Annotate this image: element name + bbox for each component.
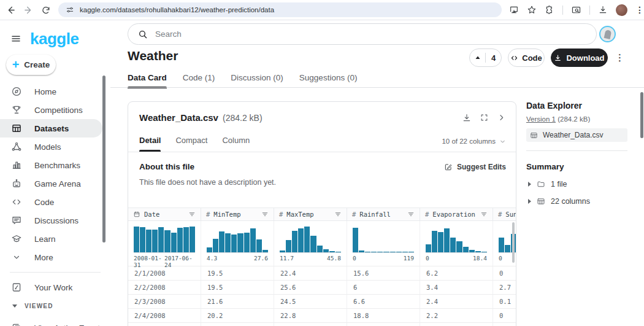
user-avatar[interactable] [599, 26, 616, 42]
table-cell: 77.4 [347, 323, 420, 326]
histogram-min: 11.7 [280, 255, 294, 262]
explorer-file-item[interactable]: Weather_Data.csv [526, 128, 627, 142]
histogram-bar [426, 244, 431, 252]
table-cell: 19.7 [201, 323, 274, 326]
sidebar-scrollbar[interactable] [102, 76, 105, 243]
suggest-edits-button[interactable]: Suggest Edits [444, 162, 506, 171]
search-tabs-icon[interactable] [571, 5, 581, 15]
download-button[interactable]: Download [551, 49, 608, 67]
filter-icon[interactable] [188, 211, 196, 218]
table-cell: 4.8 [420, 323, 493, 326]
column-header-maxtemp[interactable]: #MaxTemp [274, 208, 347, 221]
fullscreen-icon[interactable] [480, 113, 489, 122]
sidebar-item-code[interactable]: Code [0, 193, 110, 211]
about-file-title: About this file [139, 162, 194, 171]
table-row[interactable]: 2/1/200819.522.415.66.20 [128, 266, 516, 280]
filter-icon[interactable] [480, 211, 488, 218]
table-cell: 2/3/2008 [128, 295, 201, 308]
file-tab-compact[interactable]: Compact [175, 136, 207, 152]
browser-profile-avatar[interactable] [616, 4, 627, 16]
install-app-icon[interactable] [509, 5, 519, 15]
hamburger-menu-icon[interactable] [10, 33, 21, 44]
sidebar-item-your-work[interactable]: Your Work [0, 278, 110, 297]
histogram-bar [450, 238, 456, 252]
table-cell: 21.6 [201, 295, 274, 308]
back-icon[interactable] [6, 6, 15, 15]
sidebar-item-datasets[interactable]: Datasets [0, 119, 102, 138]
sidebar-item-discussions[interactable]: Discussions [0, 211, 110, 230]
address-bar[interactable]: kaggle.com/datasets/rohullahakbari12/wea… [58, 2, 502, 17]
histogram-bar [408, 252, 414, 252]
tab-suggestions-0[interactable]: Suggestions (0) [299, 73, 358, 88]
table-cell: 20.2 [201, 309, 274, 322]
column-header-mintemp[interactable]: #MinTemp [201, 208, 274, 221]
file-preview-card: Weather_Data.csv (284.2 kB) DetailCompac… [128, 101, 516, 326]
table-cell: 25.6 [274, 281, 347, 294]
tabs-divider [110, 87, 644, 88]
sidebar-item-models[interactable]: Models [0, 138, 110, 156]
upvote-button[interactable]: 4 [469, 49, 502, 67]
summary-files-row[interactable]: 1 file [526, 180, 634, 188]
upvote-caret-icon[interactable] [470, 53, 486, 63]
column-header-date[interactable]: Date [128, 208, 201, 221]
bookmark-star-icon[interactable] [527, 5, 537, 15]
viewed-section-toggle[interactable]: VIEWED [0, 298, 110, 314]
histogram-bar [292, 231, 297, 252]
tab-code-1[interactable]: Code (1) [183, 73, 215, 88]
version-link[interactable]: Version 1 [526, 115, 556, 123]
code-button[interactable]: Code [508, 49, 545, 67]
sidebar-item-home[interactable]: Home [0, 82, 110, 101]
sidebar-item-benchmarks[interactable]: Benchmarks [0, 156, 110, 174]
histogram-bar [256, 239, 262, 252]
table-row[interactable]: 2/3/200821.624.56.62.40.1 [128, 294, 516, 308]
site-settings-icon[interactable] [66, 6, 74, 14]
file-tab-column[interactable]: Column [222, 136, 250, 152]
create-button[interactable]: + Create [6, 55, 56, 75]
reload-icon[interactable] [42, 6, 51, 15]
sidebar-item-view-active-events[interactable]: View Active Events [0, 319, 110, 326]
sidebar-item-competitions[interactable]: Competitions [0, 101, 110, 119]
file-tab-detail[interactable]: Detail [139, 136, 161, 152]
histogram-bar [469, 250, 475, 252]
tab-discussion-0[interactable]: Discussion (0) [231, 73, 283, 88]
kaggle-logo[interactable]: kaggle [30, 31, 79, 47]
columns-visible-dropdown[interactable]: 10 of 22 columns [442, 138, 506, 152]
sidebar-nav: HomeCompetitionsDatasetsModelsBenchmarks… [0, 82, 110, 266]
page-scrollbar[interactable] [640, 92, 643, 138]
toolbar-separator [562, 6, 563, 15]
caret-right-icon[interactable] [528, 182, 531, 187]
chevron-right-icon[interactable] [497, 113, 506, 122]
models-icon [11, 141, 22, 152]
competitions-icon [11, 104, 22, 115]
histogram-range-labels: 11.745.8 [280, 255, 341, 262]
filter-icon[interactable] [261, 211, 269, 218]
forward-icon[interactable] [24, 6, 33, 15]
extensions-icon[interactable] [545, 5, 554, 15]
downloads-icon[interactable] [598, 5, 608, 15]
column-header-evaporation[interactable]: #Evaporation [420, 208, 493, 221]
caret-right-icon[interactable] [528, 199, 531, 204]
sidebar-item-game-arena[interactable]: Game Arena [0, 174, 110, 193]
search-input[interactable] [155, 29, 523, 39]
url-text: kaggle.com/datasets/rohullahakbari12/wea… [80, 6, 274, 14]
table-row[interactable]: 2/2/200819.525.663.42.7 [128, 280, 516, 294]
table-scrollbar[interactable] [512, 222, 515, 263]
table-row[interactable]: 2/5/200819.725.777.44.80 [128, 322, 516, 326]
filter-icon[interactable] [334, 211, 342, 218]
histogram-range-labels: 018.4 [426, 255, 487, 262]
more-options-icon[interactable]: ⋮ [615, 52, 624, 63]
sidebar-item-learn[interactable]: Learn [0, 230, 110, 248]
sidebar-item-more[interactable]: More [0, 248, 110, 266]
summary-columns-row[interactable]: 22 columns [526, 197, 634, 206]
search-bar[interactable] [128, 23, 597, 45]
tab-data-card[interactable]: Data Card [128, 73, 167, 88]
table-grid-icon [537, 197, 545, 206]
filter-icon[interactable] [407, 211, 415, 218]
column-header-sunshine[interactable]: #Sunshine [493, 208, 516, 221]
browser-menu-icon[interactable]: ⋮ [635, 6, 644, 14]
table-cell: 6.2 [420, 266, 493, 280]
table-row[interactable]: 2/4/200820.222.818.82.20 [128, 308, 516, 322]
numeric-type-icon: # [279, 211, 283, 218]
file-download-icon[interactable] [462, 113, 472, 123]
column-header-rainfall[interactable]: #Rainfall [347, 208, 420, 221]
